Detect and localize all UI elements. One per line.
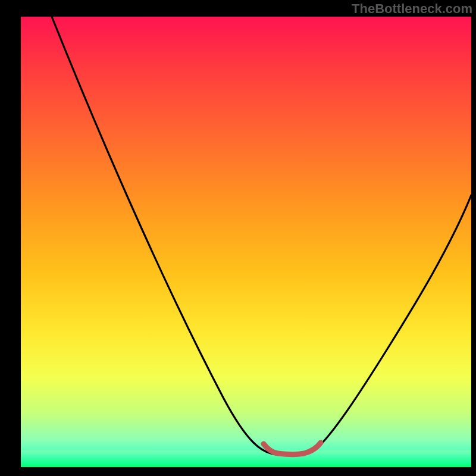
bottleneck-curve — [21, 17, 471, 467]
watermark-text: TheBottleneck.com — [352, 1, 472, 17]
plot-area — [21, 17, 471, 467]
optimal-zone-marker — [264, 443, 321, 455]
chart-frame: TheBottleneck.com — [0, 0, 476, 476]
